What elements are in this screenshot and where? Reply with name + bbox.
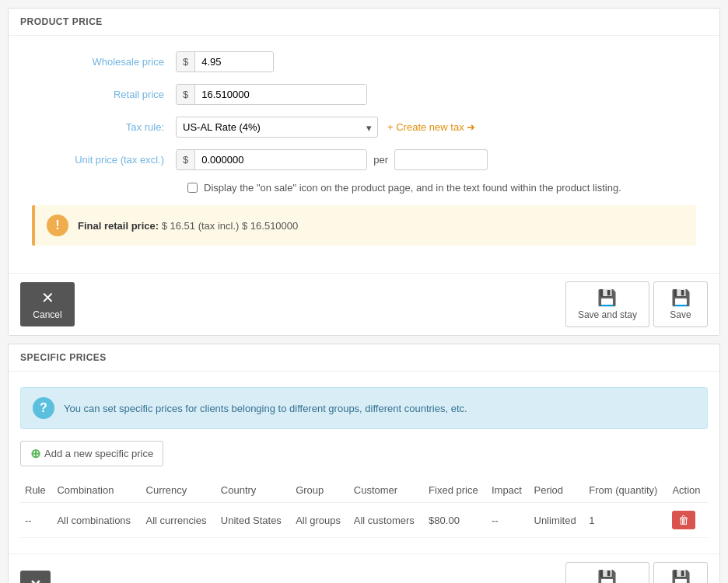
table-action-cell: 🗑 [667,503,708,538]
save-icon: 💾 [671,288,691,307]
save-stay-label: Save and stay [578,309,637,320]
final-price-box: ! Final retail price: $ 16.51 (tax incl.… [32,205,696,246]
specific-prices-table-body: --All combinationsAll currenciesUnited S… [20,503,708,538]
table-cell: $80.00 [424,503,487,538]
table-cell: All groups [291,503,349,538]
save-stay-icon: 💾 [597,288,617,307]
add-specific-price-label: Add a new specific price [44,448,153,459]
bottom-save-button[interactable]: 💾 Save [653,562,708,583]
product-price-section: PRODUCT PRICE Wholesale price $ Retail p… [8,8,720,336]
col-group: Group [291,478,349,503]
col-country: Country [216,478,291,503]
table-cell: Unlimited [530,503,585,538]
product-price-title: PRODUCT PRICE [9,9,719,36]
save-buttons-group: 💾 Save and stay 💾 Save [565,281,708,327]
add-specific-price-button[interactable]: ⊕ Add a new specific price [20,441,163,466]
product-price-footer: ✕ Cancel 💾 Save and stay 💾 Save [9,273,719,335]
warning-icon: ! [47,215,68,236]
retail-price-input-group: $ [176,84,367,105]
table-cell: 1 [584,503,667,538]
specific-prices-footer: ✕ 💾 Save and stay 💾 Save [9,553,719,583]
col-impact: Impact [487,478,530,503]
cancel-icon: ✕ [41,288,54,307]
table-header-row: Rule Combination Currency Country Group … [20,478,708,503]
bottom-cancel-button[interactable]: ✕ [20,571,51,584]
bottom-save-stay-button[interactable]: 💾 Save and stay [565,562,649,583]
save-button[interactable]: 💾 Save [653,281,708,327]
per-label: per [373,154,388,166]
col-rule: Rule [20,478,52,503]
bottom-save-icon: 💾 [671,569,691,583]
retail-price-label: Retail price [20,89,176,100]
col-period: Period [530,478,585,503]
wholesale-price-row: Wholesale price $ [20,51,708,72]
table-row: --All combinationsAll currenciesUnited S… [20,503,708,538]
table-cell: -- [20,503,52,538]
bottom-save-stay-icon: 💾 [597,569,617,583]
add-plus-icon: ⊕ [30,446,40,461]
save-stay-button[interactable]: 💾 Save and stay [565,281,649,327]
unit-price-prefix: $ [177,150,195,169]
retail-price-row: Retail price $ [20,84,708,105]
tax-rule-select-wrapper: US-AL Rate (4%) None US-CA Rate (8.25%) … [176,117,378,138]
wholesale-price-label: Wholesale price [20,56,176,68]
col-fixed-price: Fixed price [424,478,487,503]
on-sale-row: Display the "on sale" icon on the produc… [187,182,708,194]
cancel-button[interactable]: ✕ Cancel [20,282,75,326]
retail-price-input[interactable] [195,85,366,104]
final-price-text: Final retail price: $ 16.51 (tax incl.) … [78,220,298,232]
table-cell: -- [487,503,530,538]
unit-price-label: Unit price (tax excl.) [20,154,176,166]
specific-prices-table: Rule Combination Currency Country Group … [20,478,708,538]
tax-rule-select[interactable]: US-AL Rate (4%) None US-CA Rate (8.25%) … [176,117,378,138]
unit-price-input[interactable] [195,150,366,169]
specific-prices-section: SPECIFIC PRICES ? You can set specific p… [8,344,720,583]
col-currency: Currency [142,478,216,503]
specific-prices-title: SPECIFIC PRICES [9,344,719,372]
on-sale-label: Display the "on sale" icon on the produc… [204,182,621,194]
save-label: Save [670,309,691,320]
unit-price-input-group: $ [176,149,367,170]
wholesale-price-input-group: $ [176,51,274,72]
table-cell: All currencies [142,503,216,538]
unit-price-row: Unit price (tax excl.) $ per [20,149,708,170]
specific-prices-info-text: You can set specific prices for clients … [64,403,467,414]
col-combination: Combination [52,478,141,503]
col-customer: Customer [349,478,424,503]
cancel-label: Cancel [33,309,61,320]
tax-rule-label: Tax rule: [20,121,176,133]
specific-prices-table-header: Rule Combination Currency Country Group … [20,478,708,503]
on-sale-checkbox[interactable] [187,183,198,193]
wholesale-price-prefix: $ [177,52,195,72]
wholesale-price-input[interactable] [195,52,273,72]
bottom-save-buttons-group: 💾 Save and stay 💾 Save [565,562,708,583]
delete-row-button[interactable]: 🗑 [672,511,695,529]
table-cell: All customers [349,503,424,538]
create-tax-link[interactable]: + Create new tax ➜ [387,121,475,133]
col-from-quantity: From (quantity) [584,478,667,503]
table-cell: All combinations [52,503,141,538]
tax-rule-row: Tax rule: US-AL Rate (4%) None US-CA Rat… [20,117,708,138]
retail-price-prefix: $ [177,85,195,104]
final-price-label: Final retail price: [78,220,159,232]
col-action: Action [667,478,708,503]
per-unit-input[interactable] [394,149,488,170]
final-price-value: $ 16.51 (tax incl.) $ 16.510000 [162,220,299,232]
specific-prices-info-banner: ? You can set specific prices for client… [20,387,708,429]
table-cell: United States [216,503,291,538]
info-question-icon: ? [33,397,54,419]
